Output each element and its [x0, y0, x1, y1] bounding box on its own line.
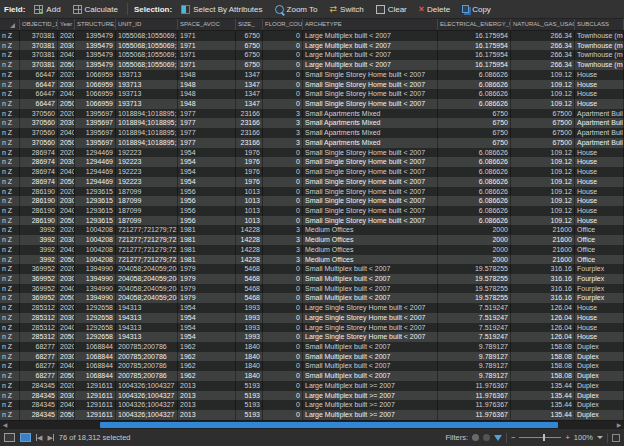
table-row[interactable]: n Z399220401004208721277;721279;721280;.… — [0, 245, 624, 255]
column-header-space_avoc[interactable]: SPACE_AVOC — [178, 19, 236, 30]
zoom-dropdown-caret-icon[interactable] — [597, 436, 603, 439]
zoom-in-button[interactable]: + — [565, 433, 569, 442]
table-row[interactable]: n Z370560205013956971018894;1018895;1018… — [0, 138, 624, 148]
table-row[interactable]: n Z370560203013956971018894;1018895;1018… — [0, 118, 624, 128]
table-row[interactable]: n Z28697420501294469192223195419760Small… — [0, 177, 624, 187]
calculate-field-button[interactable]: Calculate — [70, 4, 121, 15]
table-row[interactable]: n Z6644720401066959193713194813470Small … — [0, 89, 624, 99]
zoom-slider[interactable] — [519, 437, 561, 438]
cell-unit_id: 187099 — [116, 216, 178, 226]
zoom-out-button[interactable]: − — [511, 433, 515, 442]
table-row[interactable]: n Z36995220201394990204058;204059;204073… — [0, 264, 624, 274]
cell-unit_id: 1018894;1018895;10188... — [116, 138, 178, 148]
table-row[interactable]: n Z28619020301293615187099195610130Small… — [0, 196, 624, 206]
table-row[interactable]: n Z284345202012916111004326;100432720135… — [0, 381, 624, 391]
table-row[interactable]: n Z28619020401293615187099195610130Small… — [0, 206, 624, 216]
table-row[interactable]: n Z28619020501293615187099195610130Small… — [0, 216, 624, 226]
table-row[interactable]: n Z284345205012916111004326;100432720135… — [0, 410, 624, 420]
table-view-icon[interactable] — [4, 433, 15, 442]
cell-electrical: 19.578255 — [438, 293, 511, 303]
column-header-electrical[interactable]: ELECTRICAL_ENERGY_USAGE — [438, 19, 511, 30]
cell-gas: 109.12 — [511, 148, 575, 158]
table-row[interactable]: n Z284345203012916111004326;100432720135… — [0, 391, 624, 401]
column-header-shape[interactable] — [0, 19, 20, 30]
cell-year: 2040 — [58, 128, 75, 138]
table-row[interactable]: n Z28619020201293615187099195610130Small… — [0, 187, 624, 197]
column-header-size[interactable]: SIZE_ — [236, 19, 263, 30]
funnel-filter-icon[interactable] — [494, 435, 502, 441]
column-header-objectid[interactable]: OBJECTID_1 — [20, 19, 58, 30]
first-record-button[interactable]: ◀ — [36, 434, 42, 442]
table-row[interactable]: n Z370381205013954791055068;1055069;1055… — [0, 60, 624, 70]
copy-button[interactable]: Copy — [459, 4, 494, 15]
table-row[interactable]: n Z36995220301394990204058;204059;204073… — [0, 274, 624, 284]
column-header-gas[interactable]: NATURAL_GAS_USAGE — [511, 19, 575, 30]
table-row[interactable]: n Z6827720401068844200785;20078619621840… — [0, 361, 624, 371]
table-row[interactable]: n Z6644720201066959193713194813470Small … — [0, 70, 624, 80]
delete-selection-button[interactable]: × Delete — [416, 4, 453, 15]
table-row[interactable]: n Z28531220201292658194313195419930Large… — [0, 303, 624, 313]
table-row[interactable]: n Z284345204012916111004326;100432720135… — [0, 400, 624, 410]
table-row[interactable]: n Z370560204013956971018894;1018895;1018… — [0, 128, 624, 138]
table-row[interactable]: n Z399220201004208721277;721279;721280;.… — [0, 225, 624, 235]
cell-electrical: 6.086626 — [438, 70, 511, 80]
table-row[interactable]: n Z6827720301068844200785;20078619621840… — [0, 352, 624, 362]
table-row[interactable]: n Z6644720301066959193713194813470Small … — [0, 80, 624, 90]
table-row[interactable]: n Z370381204013954791055068;1055069;1055… — [0, 50, 624, 60]
column-header-year[interactable]: Year — [58, 19, 75, 30]
cell-objectid: 284345 — [20, 400, 58, 410]
table-row[interactable]: n Z28697420401294469192223195419760Small… — [0, 167, 624, 177]
scroll-left-icon[interactable]: ◀ — [0, 421, 10, 429]
cell-shape: n Z — [0, 303, 20, 313]
table-row[interactable]: n Z399220501004208721277;721279;721280;.… — [0, 255, 624, 265]
table-row[interactable]: n Z6827720201068844200785;20078619621840… — [0, 342, 624, 352]
table-row[interactable]: n Z28531220301292658194313195419930Large… — [0, 313, 624, 323]
clear-selection-button[interactable]: Clear — [373, 4, 410, 15]
table-row[interactable]: n Z28697420201294469192223195419760Small… — [0, 148, 624, 158]
table-row[interactable]: n Z370381202013954791055068;1055069;1055… — [0, 31, 624, 41]
cell-floor_count: 0 — [263, 167, 303, 177]
table-row[interactable]: n Z370560202013956971018894;1018895;1018… — [0, 109, 624, 119]
column-header-structure_id[interactable]: STRUCTURE_ID — [75, 19, 116, 30]
cell-space_avoc: 1954 — [178, 313, 236, 323]
table-row[interactable]: n Z6644720501066959193713194813470Small … — [0, 99, 624, 109]
cell-space_avoc: 1954 — [178, 332, 236, 342]
selected-records-view-icon[interactable] — [20, 433, 31, 442]
add-field-button[interactable]: + Add — [31, 4, 63, 15]
table-row[interactable]: n Z28531220401292658194313195419930Large… — [0, 323, 624, 333]
cell-space_avoc: 1971 — [178, 31, 236, 41]
column-header-floor_count[interactable]: FLOOR_COUNT — [263, 19, 303, 30]
zoom-level-value[interactable]: 100% — [574, 433, 593, 442]
table-row[interactable]: n Z36995220401394990204058;204059;204073… — [0, 284, 624, 294]
cell-structure_id: 1292658 — [75, 323, 116, 333]
column-header-archetype[interactable]: ARCHETYPE — [303, 19, 438, 30]
table-row[interactable]: n Z6827720501068844200785;20078619621840… — [0, 371, 624, 381]
table-row[interactable]: n Z399220301004208721277;721279;721280;.… — [0, 235, 624, 245]
cell-objectid: 370381 — [20, 60, 58, 70]
filter-toggle-icon[interactable] — [472, 434, 479, 441]
zoom-slider-thumb[interactable] — [543, 434, 545, 441]
table-row[interactable]: n Z28531220501292658194313195419930Large… — [0, 332, 624, 342]
zoom-to-button[interactable]: Zoom To — [272, 4, 321, 15]
cell-gas: 135.44 — [511, 400, 575, 410]
column-header-unit_id[interactable]: UNIT_ID — [116, 19, 178, 30]
filter-toggle2-icon[interactable] — [483, 434, 490, 441]
cell-unit_id: 194313 — [116, 303, 178, 313]
table-row[interactable]: n Z28697420301294469192223195419760Small… — [0, 157, 624, 167]
cell-structure_id: 1395479 — [75, 31, 116, 41]
select-by-attributes-button[interactable]: Select By Attributes — [178, 4, 265, 15]
cell-archetype: Large Multiplex built >= 2007 — [303, 400, 438, 410]
table-row[interactable]: n Z370381203013954791055068;1055069;1055… — [0, 41, 624, 51]
cell-space_avoc: 1954 — [178, 323, 236, 333]
cell-floor_count: 0 — [263, 89, 303, 99]
horizontal-scrollbar-thumb[interactable] — [100, 422, 558, 428]
table-row[interactable]: n Z36995220501394990204058;204059;204073… — [0, 293, 624, 303]
add-field-icon: + — [34, 5, 43, 14]
switch-selection-button[interactable]: ⇄ Switch — [327, 4, 367, 15]
last-record-button[interactable]: ▶ — [47, 434, 53, 442]
panel-options-icon[interactable] — [612, 434, 620, 442]
cell-subclass: Fourplex — [575, 274, 624, 284]
scroll-right-icon[interactable]: ▶ — [614, 421, 624, 429]
horizontal-scrollbar[interactable]: ◀ ▶ — [0, 420, 624, 428]
column-header-subclass[interactable]: SUBCLASS — [575, 19, 624, 30]
